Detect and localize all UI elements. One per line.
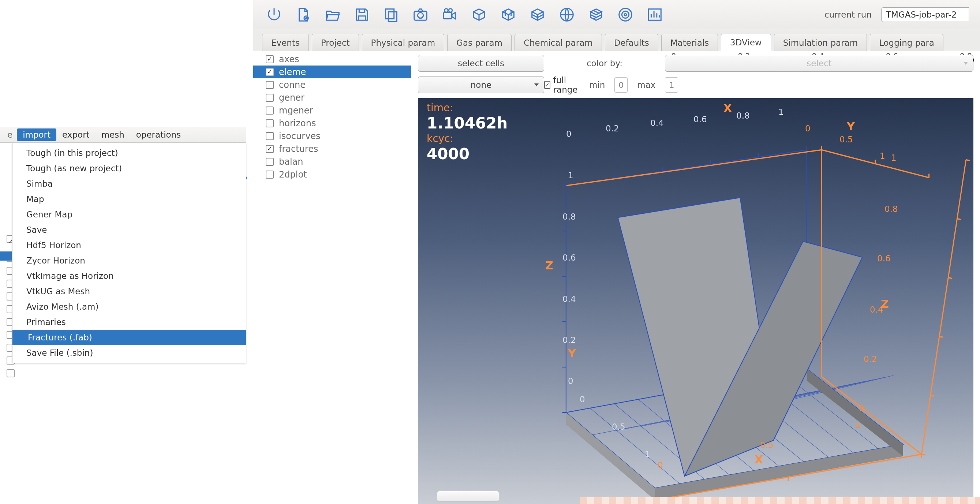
import-item-tough-as-new-project-[interactable]: Tough (as new project) [13, 161, 246, 176]
layer-conne[interactable]: conne [253, 78, 411, 91]
layer-label: balan [279, 157, 411, 167]
axis-y-label-top: Y [847, 120, 855, 133]
layer-label: eleme [279, 67, 411, 77]
import-item-save[interactable]: Save [13, 222, 246, 237]
layer-mgener[interactable]: mgener [253, 104, 411, 117]
tab-defaults[interactable]: Defaults [605, 34, 658, 51]
layer-eleme[interactable]: eleme [253, 65, 411, 78]
blue-tick-z-1: 0.2 [562, 335, 576, 345]
checkbox-icon[interactable] [266, 94, 274, 102]
select-cells-button[interactable]: select cells [418, 55, 544, 72]
checkbox-icon[interactable] [266, 81, 274, 89]
new-file-icon[interactable] [293, 5, 313, 24]
import-item-primaries[interactable]: Primaries [13, 315, 246, 330]
import-item-tough-in-this-project-[interactable]: Tough (in this project) [13, 145, 246, 161]
blue-tick-x-2: 0.4 [650, 118, 664, 128]
import-item-map[interactable]: Map [13, 191, 246, 207]
full-range-checkbox[interactable]: full range [544, 75, 580, 94]
blue-tick-x-4: 0.8 [736, 111, 750, 121]
copy-icon[interactable] [381, 5, 401, 24]
select-dropdown[interactable]: select [665, 55, 974, 72]
max-field[interactable]: 1 [665, 77, 678, 92]
power-icon[interactable] [264, 5, 284, 24]
checkbox-icon[interactable] [266, 68, 274, 76]
import-item-zycor-horizon[interactable]: Zycor Horizon [13, 253, 246, 268]
import-item-simba[interactable]: Simba [13, 176, 246, 191]
target-icon[interactable] [616, 5, 635, 24]
main-app: current run TMGAS-job-par-2 EventsProjec… [253, 0, 980, 504]
color-by-dropdown[interactable]: none [418, 76, 544, 93]
layer-label: isocurves [279, 131, 411, 141]
import-item-fractures-fab-[interactable]: Fractures (.fab) [13, 330, 246, 345]
max-label: max [637, 80, 655, 90]
orange-tick-x-2: 1 [855, 420, 861, 430]
checkbox-icon[interactable] [266, 158, 274, 166]
blue-tick-z-3: 0.6 [562, 253, 576, 262]
min-field[interactable]: 0 [614, 77, 628, 92]
blue-tick-y-1: 0.5 [612, 422, 625, 431]
import-item-vtkimage-as-horizon[interactable]: VtkImage as Horizon [13, 268, 246, 284]
checkbox-icon[interactable] [266, 119, 274, 127]
import-item-avizo-mesh-am-[interactable]: Avizo Mesh (.am) [13, 299, 246, 315]
import-item-vtkug-as-mesh[interactable]: VtkUG as Mesh [13, 284, 246, 299]
blue-tick-z-2: 0.4 [562, 294, 576, 304]
import-dropdown: Tough (in this project)Tough (as new pro… [12, 143, 246, 363]
popup-menu-bar: e import export mesh operations [0, 127, 246, 143]
axis-x-label-top: X [724, 102, 732, 114]
bars-icon[interactable] [645, 5, 665, 24]
tab-materials[interactable]: Materials [661, 34, 718, 51]
canvas-3d[interactable]: time: 1.10462h kcyc: 4000 [418, 98, 974, 504]
tab-physical-param[interactable]: Physical param [362, 34, 445, 51]
blue-tick-x-5: 1 [778, 107, 784, 117]
current-run-label: current run [824, 10, 872, 19]
layer-axes[interactable]: axes [253, 53, 411, 65]
layer-gener[interactable]: gener [253, 91, 411, 104]
layer-label: mgener [279, 105, 411, 116]
svg-rect-12 [649, 9, 661, 20]
checkbox-icon[interactable] [266, 170, 274, 179]
axis-x-label-bottom: X [754, 453, 763, 466]
orange-tick-z-1r: 0.2 [864, 354, 877, 364]
layer-horizons[interactable]: horizons [253, 117, 411, 130]
open-folder-icon[interactable] [323, 5, 342, 24]
layer-2dplot[interactable]: 2dplot [253, 168, 411, 181]
blue-tick-y-2: 1 [645, 450, 650, 459]
tab-simulation-param[interactable]: Simulation param [774, 34, 867, 51]
menu-export[interactable]: export [56, 129, 95, 141]
menu-import[interactable]: import [17, 129, 56, 141]
orange-tick-z-0r: 0 [859, 404, 864, 413]
camera-icon[interactable] [410, 5, 430, 24]
tab-gas-param[interactable]: Gas param [447, 34, 512, 51]
layer-balan[interactable]: balan [253, 155, 411, 168]
orange-tick-x-0: 0 [658, 460, 663, 470]
video-icon[interactable] [440, 5, 460, 24]
checkbox-icon[interactable] [266, 107, 274, 114]
tab-3dview[interactable]: 3DView [721, 34, 771, 51]
menu-mesh[interactable]: mesh [95, 129, 130, 141]
tab-logging-para[interactable]: Logging para [870, 34, 943, 51]
import-item-hdf5-horizon[interactable]: Hdf5 Horizon [13, 237, 246, 253]
cube-split-icon[interactable] [498, 5, 518, 24]
layer-label: horizons [279, 118, 411, 129]
checkbox-icon[interactable] [266, 132, 274, 140]
import-item-gener-map[interactable]: Gener Map [13, 207, 246, 222]
import-item-save-file-sbin-[interactable]: Save File (.sbin) [13, 345, 246, 361]
menu-operations[interactable]: operations [130, 129, 187, 141]
menu-fragment: e [3, 130, 17, 140]
bottom-button-stub[interactable] [437, 491, 499, 502]
blue-tick-z-5: 1 [568, 170, 573, 180]
layer-isocurves[interactable]: isocurves [253, 130, 411, 142]
save-icon[interactable] [352, 5, 372, 24]
tab-project[interactable]: Project [312, 34, 359, 51]
globe-icon[interactable] [557, 5, 577, 24]
layer-fractures[interactable]: fractures [253, 142, 411, 155]
checkbox-icon[interactable] [266, 55, 274, 63]
tab-events[interactable]: Events [262, 34, 309, 51]
grid-icon[interactable] [586, 5, 606, 24]
current-run-field[interactable]: TMGAS-job-par-2 [881, 7, 969, 22]
layer-checklist: axeselemeconnegenermgenerhorizonsisocurv… [253, 51, 411, 504]
cube-iso-icon[interactable] [528, 5, 547, 24]
cube-wire-icon[interactable] [469, 5, 489, 24]
tab-chemical-param[interactable]: Chemical param [514, 34, 602, 51]
checkbox-icon[interactable] [266, 145, 274, 153]
